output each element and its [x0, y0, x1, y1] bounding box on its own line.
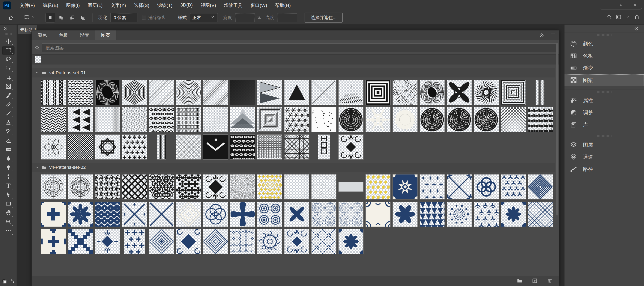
pattern-swatch-lace-medallion-fine[interactable]	[338, 202, 363, 227]
add-selection-button[interactable]	[56, 13, 66, 23]
type-tool[interactable]	[2, 181, 14, 190]
pattern-swatch-corner-flower-cross[interactable]	[447, 174, 472, 199]
pattern-swatch-fleur-sprig-grid[interactable]	[474, 202, 499, 227]
pattern-swatch-x-lattice-squares[interactable]	[312, 229, 336, 254]
search-input[interactable]	[42, 44, 556, 52]
move-tool[interactable]	[2, 37, 14, 46]
pattern-swatch-triangle-arrows[interactable]	[68, 107, 93, 132]
pattern-swatch-chevron-zigzag[interactable]	[41, 107, 66, 132]
healing-brush-tool[interactable]	[2, 100, 14, 109]
pattern-swatch-floral-sprig-grid[interactable]	[501, 174, 526, 199]
height-input[interactable]	[278, 14, 297, 22]
clone-stamp-tool[interactable]	[2, 118, 14, 127]
pattern-swatch-lace-ring-medallion[interactable]	[68, 174, 93, 199]
pattern-swatch-solid-diamond-scrolls[interactable]	[176, 229, 201, 254]
minimize-button[interactable]	[600, 2, 614, 9]
dock-grip[interactable]	[597, 34, 612, 36]
pattern-swatch-crescent-columns[interactable]	[41, 80, 66, 105]
pattern-swatch-cream-cross-tile[interactable]	[41, 202, 66, 227]
dock-item-swatches[interactable]: 色板	[564, 50, 644, 62]
delete-icon[interactable]	[547, 278, 553, 284]
new-pattern-icon[interactable]	[532, 278, 538, 284]
menu-item-window[interactable]: 窗口(W)	[250, 2, 267, 9]
pattern-swatch-flower-dot-grid[interactable]	[122, 135, 147, 159]
double-chevron-right-icon[interactable]	[536, 31, 547, 40]
crop-tool[interactable]	[2, 73, 14, 82]
menu-item-plugins[interactable]: 增效工具	[224, 2, 242, 9]
pattern-swatch-box-grid[interactable]	[176, 107, 201, 132]
pattern-swatch-corner-arc-tile[interactable]	[366, 202, 390, 227]
tool-preset-picker[interactable]	[23, 14, 37, 21]
pattern-swatch-ikat-eyes[interactable]	[149, 107, 174, 132]
dock-item-color[interactable]: 颜色	[564, 38, 644, 50]
dock-item-channels[interactable]: 通道	[564, 151, 644, 163]
pattern-swatch-grain-noise[interactable]	[230, 174, 255, 199]
pattern-swatch-eight-point-star-grid[interactable]	[420, 174, 444, 199]
pattern-swatch-yellow-flower-dots[interactable]	[258, 174, 282, 199]
pattern-swatch-center-flower-tile[interactable]	[501, 202, 526, 227]
dodge-tool[interactable]	[2, 163, 14, 172]
pattern-swatch-concentric-line-squares[interactable]	[258, 107, 282, 132]
pattern-swatch-dotted-spiral[interactable]	[474, 107, 499, 132]
pattern-swatch-pixel-x[interactable]	[68, 229, 93, 254]
pattern-swatch-fine-x-lattice[interactable]	[528, 202, 553, 227]
history-brush-tool[interactable]	[2, 127, 14, 136]
rectangle-tool[interactable]	[2, 199, 14, 208]
pattern-swatch-halftone-mountain[interactable]	[338, 80, 363, 105]
toolbar-grip[interactable]	[4, 33, 12, 35]
pattern-swatch-floral-outline[interactable]	[41, 135, 66, 159]
pattern-group-header[interactable]: v4-Pattens-set-01	[32, 68, 555, 78]
pattern-swatch-wavy-verticals[interactable]	[122, 107, 147, 132]
zoom-tool[interactable]	[2, 217, 14, 227]
pattern-swatch-petal-x[interactable]	[284, 202, 309, 227]
pattern-swatch-sketch-diagonals[interactable]	[203, 80, 228, 105]
pattern-swatch-swirl-spiral[interactable]	[474, 80, 499, 105]
pattern-swatch-basket-weave[interactable]	[528, 107, 553, 132]
pattern-swatch-x-floral-tile[interactable]	[122, 202, 147, 227]
pattern-swatch-thin-x-tile[interactable]	[149, 202, 174, 227]
panel-tab-颜色[interactable]: 颜色	[32, 31, 53, 40]
path-selection-tool[interactable]	[2, 190, 14, 199]
antialias-checkbox[interactable]	[142, 16, 146, 20]
double-chevron-left-icon[interactable]	[564, 25, 644, 33]
subtract-selection-button[interactable]	[67, 13, 77, 23]
pattern-swatch-cream-diamond-outline[interactable]	[176, 202, 201, 227]
rectangular-marquee-tool[interactable]	[2, 46, 14, 55]
pattern-swatch-quatrefoil-outline-grid[interactable]	[149, 174, 174, 199]
feather-input[interactable]: 0 像素	[110, 13, 138, 22]
pattern-swatch-dark-mandala[interactable]	[338, 107, 363, 132]
eyedropper-tool[interactable]	[2, 91, 14, 100]
pattern-swatch-star-asterisk-grid[interactable]	[284, 107, 309, 132]
eraser-tool[interactable]	[2, 136, 14, 145]
pattern-swatch-dotted-diamond-lattice[interactable]	[176, 135, 201, 159]
frame-tool[interactable]	[2, 82, 14, 91]
intersect-selection-button[interactable]	[78, 13, 88, 23]
dock-grip[interactable]	[597, 91, 612, 93]
pattern-swatch-damask-motif[interactable]	[338, 135, 363, 159]
pattern-swatch-lace-diamond[interactable]	[149, 229, 174, 254]
dock-item-properties[interactable]: 属性	[564, 94, 644, 106]
pattern-swatch-navy-damask[interactable]	[284, 229, 309, 254]
panel-tab-图案[interactable]: 图案	[95, 31, 116, 40]
gradient-tool[interactable]	[2, 145, 14, 154]
new-selection-button[interactable]	[46, 13, 55, 23]
share-icon[interactable]	[634, 14, 640, 21]
pattern-swatch-chevron-banner-dark[interactable]	[203, 135, 228, 159]
pattern-swatch-dotted-rosette[interactable]	[447, 202, 472, 227]
pattern-swatch-sparkle-field[interactable]	[312, 107, 336, 132]
pattern-swatch-checker-cross-grid[interactable]	[284, 135, 309, 159]
dock-item-gradients[interactable]: 渐变	[564, 62, 644, 74]
pattern-swatch-scribble-hatch[interactable]	[393, 80, 418, 105]
pattern-swatch-diamond-lattice[interactable]	[501, 107, 526, 132]
pattern-swatch-dark-gradient[interactable]	[230, 80, 255, 105]
menu-item-layer[interactable]: 图层(L)	[88, 2, 102, 9]
maximize-button[interactable]	[614, 2, 628, 9]
pattern-swatch-dense-glyph-grid[interactable]	[258, 135, 282, 159]
pattern-swatch-lace-medallion[interactable]	[312, 202, 336, 227]
lasso-tool[interactable]	[2, 55, 14, 64]
pattern-swatch-stripe-bar[interactable]	[149, 135, 174, 159]
menu-item-help[interactable]: 帮助(H)	[275, 2, 291, 9]
pattern-swatch-solid-triangle[interactable]	[284, 80, 309, 105]
pattern-swatch-white-speckle[interactable]	[312, 174, 336, 199]
pattern-swatch-diamond-fleur[interactable]	[95, 229, 120, 254]
